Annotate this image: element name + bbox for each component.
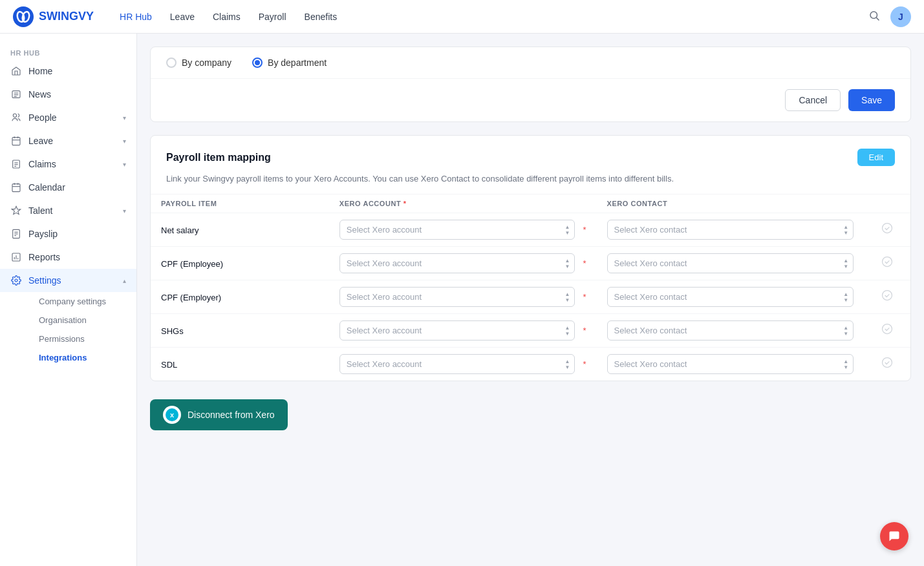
svg-point-3 bbox=[870, 12, 877, 19]
leave-icon bbox=[10, 135, 22, 147]
payroll-item-name: Net salary bbox=[161, 225, 199, 235]
cancel-button[interactable]: Cancel bbox=[785, 89, 841, 111]
edit-button[interactable]: Edit bbox=[857, 149, 895, 166]
by-company-label: By company bbox=[182, 58, 231, 68]
col-header-xero-contact: XERO CONTACT bbox=[597, 194, 865, 213]
by-department-radio[interactable] bbox=[252, 58, 263, 68]
sidebar-item-people-label: People bbox=[28, 112, 57, 123]
xero-logo-circle: x bbox=[163, 406, 181, 424]
sidebar-section-label: HR HUB bbox=[0, 44, 136, 59]
sidebar-item-people[interactable]: People ▾ bbox=[0, 106, 136, 129]
chat-bubble[interactable] bbox=[880, 522, 908, 550]
payroll-item-name: CPF (Employee) bbox=[161, 259, 223, 269]
table-row: Net salary Select Xero account ▲▼ * bbox=[151, 213, 910, 247]
col-header-check bbox=[864, 194, 910, 213]
xero-contact-select-4[interactable]: Select Xero contact bbox=[607, 354, 854, 374]
sidebar-item-calendar-label: Calendar bbox=[28, 182, 65, 193]
payroll-item-name: SDL bbox=[161, 360, 177, 370]
table-row: CPF (Employer) Select Xero account ▲▼ * bbox=[151, 280, 910, 314]
sidebar-item-talent-label: Talent bbox=[28, 205, 52, 216]
nav-leave[interactable]: Leave bbox=[170, 12, 195, 22]
payslip-icon bbox=[10, 228, 22, 240]
sidebar-item-leave[interactable]: Leave ▾ bbox=[0, 129, 136, 152]
xero-account-select-3[interactable]: Select Xero account bbox=[339, 320, 575, 341]
xero-account-col-label: XERO ACCOUNT bbox=[339, 200, 401, 207]
svg-text:x: x bbox=[170, 411, 175, 419]
row-check-icon bbox=[874, 255, 900, 271]
sidebar-item-organisation[interactable]: Organisation bbox=[28, 311, 136, 330]
sidebar-item-claims[interactable]: Claims ▾ bbox=[0, 152, 136, 176]
nav-hr-hub[interactable]: HR Hub bbox=[120, 12, 152, 22]
by-department-option[interactable]: By department bbox=[252, 58, 327, 68]
settings-chevron-icon: ▴ bbox=[123, 277, 126, 284]
required-indicator: * bbox=[583, 258, 586, 268]
row-check-icon bbox=[874, 356, 900, 372]
svg-rect-14 bbox=[13, 160, 20, 168]
table-row: CPF (Employee) Select Xero account ▲▼ * bbox=[151, 247, 910, 280]
sidebar-item-calendar[interactable]: Calendar bbox=[0, 176, 136, 199]
disconnect-label: Disconnect from Xero bbox=[188, 410, 275, 420]
col-header-payroll-item: PAYROLL ITEM bbox=[151, 194, 329, 213]
nav-claims[interactable]: Claims bbox=[213, 12, 241, 22]
settings-icon bbox=[10, 275, 22, 286]
mapping-header: Payroll item mapping Edit bbox=[151, 136, 910, 174]
sidebar-item-company-settings[interactable]: Company settings bbox=[28, 292, 136, 311]
row-check-icon bbox=[874, 289, 900, 305]
xero-contact-select-3[interactable]: Select Xero contact bbox=[607, 320, 854, 341]
by-company-radio[interactable] bbox=[166, 58, 177, 68]
nav-links: HR Hub Leave Claims Payroll Benefits bbox=[120, 12, 337, 22]
nav-right: J bbox=[868, 6, 911, 27]
sidebar-item-settings[interactable]: Settings ▴ bbox=[0, 269, 136, 292]
sidebar-item-leave-label: Leave bbox=[28, 136, 53, 146]
nav-payroll[interactable]: Payroll bbox=[259, 12, 286, 22]
by-department-label: By department bbox=[268, 58, 327, 68]
payroll-mapping-card: Payroll item mapping Edit Link your Swin… bbox=[150, 135, 911, 381]
sync-radio-group: By company By department bbox=[151, 47, 910, 78]
search-button[interactable] bbox=[868, 10, 880, 24]
news-icon bbox=[10, 89, 22, 100]
svg-point-30 bbox=[15, 279, 17, 282]
row-check-icon bbox=[874, 322, 900, 339]
sidebar-item-reports[interactable]: Reports bbox=[0, 246, 136, 269]
sidebar-item-integrations[interactable]: Integrations bbox=[28, 348, 136, 367]
svg-rect-10 bbox=[12, 138, 20, 145]
xero-account-select-1[interactable]: Select Xero account bbox=[339, 253, 575, 273]
svg-point-32 bbox=[883, 257, 892, 267]
required-indicator: * bbox=[583, 225, 586, 235]
mapping-table: PAYROLL ITEM XERO ACCOUNT * XERO CONTACT… bbox=[151, 194, 910, 381]
required-indicator: * bbox=[583, 326, 586, 335]
nav-benefits[interactable]: Benefits bbox=[305, 12, 338, 22]
table-row: SHGs Select Xero account ▲▼ * bbox=[151, 314, 910, 348]
xero-account-select-4[interactable]: Select Xero account bbox=[339, 354, 575, 374]
sidebar-item-reports-label: Reports bbox=[28, 252, 60, 262]
xero-contact-select-0[interactable]: Select Xero contact bbox=[607, 220, 854, 240]
chat-icon bbox=[888, 530, 901, 543]
avatar[interactable]: J bbox=[890, 6, 911, 27]
logo[interactable]: SWINGVY bbox=[13, 6, 94, 27]
people-chevron-icon: ▾ bbox=[123, 114, 126, 121]
main-content: By company By department Cancel Save Pay… bbox=[137, 34, 924, 566]
sidebar: HR HUB Home News People ▾ bbox=[0, 34, 137, 566]
sidebar-item-payslip[interactable]: Payslip bbox=[0, 222, 136, 246]
payroll-item-name: SHGs bbox=[161, 326, 184, 336]
logo-icon bbox=[13, 6, 34, 27]
by-company-option[interactable]: By company bbox=[166, 58, 231, 68]
payroll-item-name: CPF (Employer) bbox=[161, 293, 221, 302]
disconnect-xero-button[interactable]: x Disconnect from Xero bbox=[150, 399, 288, 430]
xero-account-select-0[interactable]: Select Xero account bbox=[339, 220, 575, 240]
xero-contact-select-1[interactable]: Select Xero contact bbox=[607, 253, 854, 273]
sidebar-item-news[interactable]: News bbox=[0, 83, 136, 106]
xero-account-select-2[interactable]: Select Xero account bbox=[339, 287, 575, 307]
reports-icon bbox=[10, 251, 22, 263]
sidebar-item-home[interactable]: Home bbox=[0, 59, 136, 83]
svg-point-35 bbox=[883, 358, 892, 368]
sidebar-item-permissions[interactable]: Permissions bbox=[28, 330, 136, 348]
svg-point-31 bbox=[883, 224, 892, 233]
table-row: SDL Select Xero account ▲▼ * bbox=[151, 348, 910, 381]
form-action-row: Cancel Save bbox=[151, 78, 910, 121]
sidebar-item-talent[interactable]: Talent ▾ bbox=[0, 199, 136, 222]
logo-text: SWINGVY bbox=[39, 10, 94, 23]
save-button[interactable]: Save bbox=[848, 89, 895, 111]
people-icon bbox=[10, 112, 22, 123]
xero-contact-select-2[interactable]: Select Xero contact bbox=[607, 287, 854, 307]
